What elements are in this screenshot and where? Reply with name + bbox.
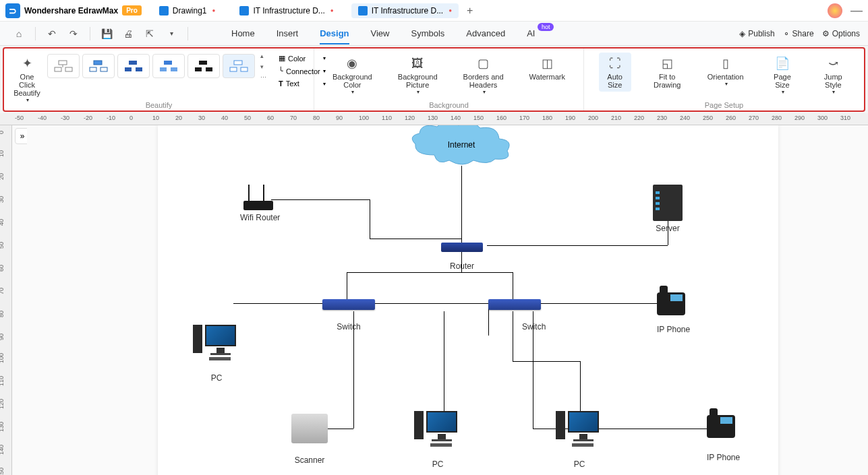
node-switch-1[interactable]: Switch [322,299,375,331]
auto-size-button[interactable]: ⛶Auto Size [599,53,631,92]
menu-ai[interactable]: AIhot [516,23,551,44]
page-size-button[interactable]: 📄Page Size▾ [766,53,799,98]
menu-advanced[interactable]: Advanced [455,23,516,44]
doc-icon [159,6,169,15]
undo-button[interactable]: ↶ [42,24,61,43]
one-click-beautify-button[interactable]: ✦ One Click Beautify▾ [11,53,43,106]
theme-preset-2[interactable] [82,54,115,78]
publish-button[interactable]: ◈Publish [739,29,774,38]
tab-infra-2[interactable]: IT Infrastructure D...● [351,3,459,18]
wire [444,311,444,419]
switch-label: Switch [322,322,375,331]
node-pc-1[interactable]: PC [193,325,240,383]
more-quick-button[interactable]: ▾ [162,24,181,43]
theme-preset-3[interactable] [117,54,150,78]
svg-rect-6 [100,67,107,71]
node-ipphone-2[interactable]: IP Phone [707,415,740,462]
wire [347,272,461,273]
fit-to-drawing-button[interactable]: ◱Fit to Drawing [649,53,685,92]
background-picture-button[interactable]: 🖼Background Picture▾ [394,53,442,98]
svg-rect-5 [90,67,96,71]
node-switch-2[interactable]: Switch [488,299,546,331]
tab-modified-icon: ● [330,7,334,13]
node-internet[interactable]: Internet [407,125,515,168]
theme-preset-6[interactable] [223,54,255,78]
tab-modified-icon: ● [449,7,452,13]
wire [461,166,462,245]
menu-view[interactable]: View [360,23,401,44]
tab-label: IT Infrastructure D... [372,6,443,15]
node-pc-3[interactable]: PC [556,411,603,469]
wire [370,239,461,239]
theme-preset-1[interactable] [47,54,80,78]
home-icon[interactable]: ⌂ [9,24,28,43]
svg-rect-3 [65,67,72,71]
wire [487,245,668,246]
svg-rect-12 [171,67,177,71]
text-icon: T [279,80,283,88]
sparkle-icon: ✦ [19,55,35,71]
node-scanner[interactable]: Scanner [291,414,328,465]
menu-insert[interactable]: Insert [266,23,310,44]
save-button[interactable]: 💾 [97,24,116,43]
canvas-area: 0102030405060708090100110120130140150160… [0,125,868,475]
theme-preset-4[interactable] [152,54,185,78]
jump-style-button[interactable]: ⤻Jump Style▾ [817,53,849,98]
background-color-button[interactable]: ◉Background Color▾ [328,53,376,98]
share-icon: ⚬ [783,29,790,38]
scanner-label: Scanner [291,455,328,465]
svg-rect-16 [234,61,242,65]
borders-headers-button[interactable]: ▢Borders and Headers▾ [459,53,508,98]
svg-rect-10 [164,61,172,65]
tab-infra-1[interactable]: IT Infrastructure D...● [233,3,340,18]
svg-rect-7 [129,61,137,65]
redo-button[interactable]: ↷ [64,24,83,43]
add-tab-button[interactable]: + [467,5,473,17]
node-server[interactable]: Server [653,185,683,233]
theme-scroll-up[interactable]: ▴ [260,53,266,59]
gear-icon: ⚙ [822,29,830,38]
orientation-button[interactable]: ▯Orientation▾ [703,53,748,90]
node-router[interactable]: Router [441,243,483,271]
wifi-label: Wifi Router [240,213,280,222]
user-avatar-icon[interactable] [828,3,842,18]
export-button[interactable]: ⇱ [140,24,159,43]
ribbon-group-beautify: ✦ One Click Beautify▾ ▴ ▾ ⋯ ▦Color▾ ╰Con… [4,49,314,110]
canvas[interactable]: Internet Wifi Router Server Router [27,125,868,475]
svg-rect-11 [160,67,167,71]
svg-rect-2 [55,67,61,71]
node-ipphone-1[interactable]: IP Phone [657,292,690,334]
picture-icon: 🖼 [409,55,426,71]
wire [461,272,513,273]
pc-label: PC [193,373,240,383]
menu-design[interactable]: Design [309,23,359,44]
menu-symbols[interactable]: Symbols [401,23,456,44]
node-wifi-router[interactable]: Wifi Router [240,186,280,222]
fit-icon: ◱ [659,55,675,71]
tab-drawing1[interactable]: Drawing1● [152,3,223,18]
switch-label: Switch [522,322,546,331]
page: Internet Wifi Router Server Router [158,125,778,475]
watermark-button[interactable]: ◫Watermark [525,53,569,84]
menu-home[interactable]: Home [221,23,266,44]
minimize-button[interactable]: — [850,3,863,18]
theme-scroll-down[interactable]: ▾ [260,63,266,70]
pc-label: PC [414,460,461,469]
theme-preset-5[interactable] [187,54,220,78]
svg-rect-18 [241,67,248,71]
svg-rect-17 [230,67,237,71]
jump-icon: ⤻ [825,55,841,71]
svg-rect-9 [136,67,142,71]
autosize-icon: ⛶ [607,55,623,71]
node-pc-2[interactable]: PC [414,411,461,469]
horizontal-ruler: -50-40-30-20-100102030405060708090100110… [0,113,868,125]
tab-modified-icon: ● [212,7,216,13]
theme-expand[interactable]: ⋯ [260,74,266,81]
pro-badge: Pro [122,5,142,15]
print-button[interactable]: 🖨 [119,24,138,43]
tab-label: IT Infrastructure D... [253,6,324,15]
share-button[interactable]: ⚬Share [783,29,814,38]
options-button[interactable]: ⚙Options [822,29,860,38]
menu-tabs: Home Insert Design View Symbols Advanced… [221,23,551,44]
hot-badge: hot [538,23,554,31]
